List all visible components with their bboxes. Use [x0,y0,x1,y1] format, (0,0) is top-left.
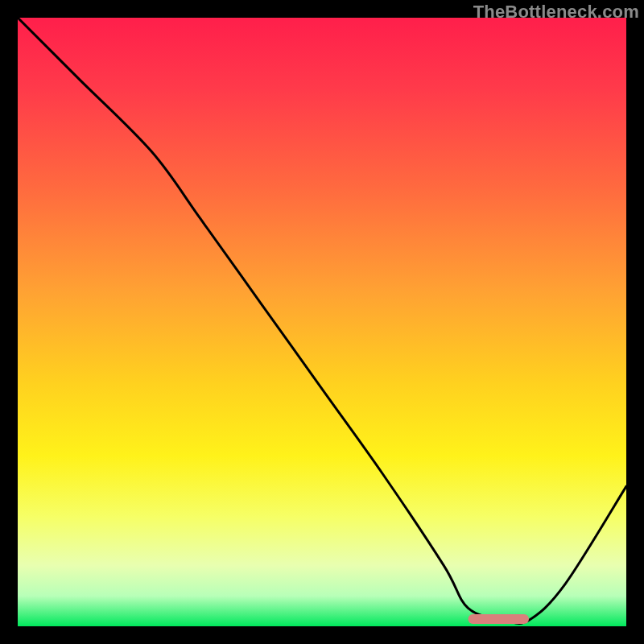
bottleneck-chart [18,18,626,626]
watermark-text: TheBottleneck.com [473,2,639,23]
optimal-range-marker [468,614,529,624]
chart-frame [18,18,626,626]
